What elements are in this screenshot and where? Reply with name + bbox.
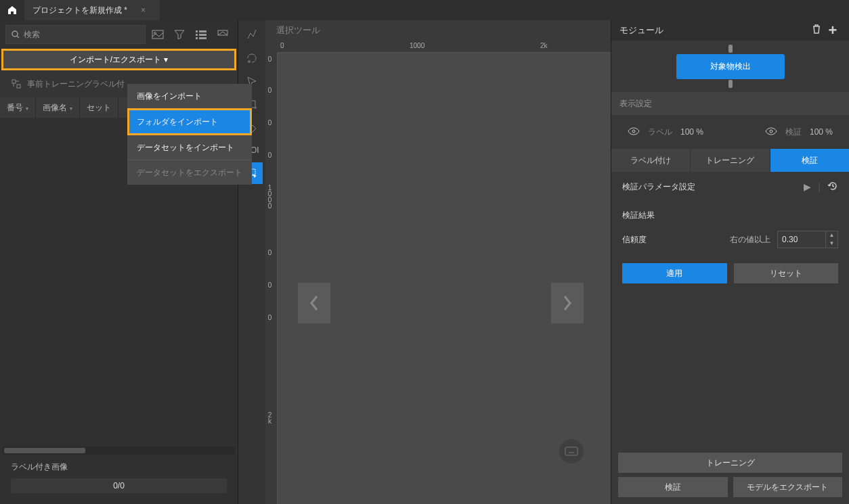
svg-point-0	[12, 31, 18, 37]
home-button[interactable]	[0, 0, 24, 20]
import-export-dropdown[interactable]: インポート/エクスポート▾	[1, 49, 236, 70]
svg-rect-5	[199, 30, 206, 32]
node-connector-top	[728, 45, 733, 53]
vis-verify-text: 検証	[785, 127, 802, 138]
keyboard-icon[interactable]	[559, 439, 584, 463]
step-up-icon[interactable]: ▲	[826, 231, 837, 239]
param-header-label: 検証パラメータ設定	[622, 181, 695, 193]
apply-button[interactable]: 適用	[622, 263, 727, 283]
project-tab[interactable]: プロジェクトを新規作成 * ×	[24, 0, 160, 20]
close-tab-icon[interactable]: ×	[141, 5, 146, 15]
horizontal-scrollbar[interactable]	[3, 446, 235, 455]
tab-training[interactable]: トレーニング	[690, 149, 770, 172]
footer-verify-button[interactable]: 検証	[618, 477, 728, 497]
reset-button[interactable]: リセット	[734, 263, 839, 283]
svg-rect-4	[196, 30, 198, 32]
svg-point-21	[632, 130, 635, 133]
menu-import-image[interactable]: 画像をインポート	[127, 84, 252, 108]
col-image-name[interactable]: 画像名	[36, 97, 80, 118]
prev-image-button[interactable]	[298, 283, 330, 323]
svg-rect-6	[196, 34, 198, 36]
list-icon[interactable]	[192, 25, 211, 44]
search-input[interactable]: 検索	[5, 25, 146, 44]
menu-import-folder[interactable]: フォルダをインポート	[127, 108, 252, 135]
svg-rect-9	[199, 37, 206, 39]
tool-polyline[interactable]	[241, 24, 263, 46]
confidence-label: 信頼度	[622, 234, 723, 246]
chevron-down-icon: ▾	[164, 55, 168, 64]
step-down-icon[interactable]: ▼	[826, 239, 837, 248]
eye-icon[interactable]	[765, 127, 777, 137]
footer-export-button[interactable]: モデルをエクスポート	[733, 477, 843, 497]
vis-verify-pct: 100 %	[810, 127, 833, 137]
menu-import-dataset[interactable]: データセットをインポート	[127, 135, 252, 160]
svg-rect-12	[17, 85, 20, 88]
ruler-horizontal: 0 1000 2k	[278, 41, 611, 53]
search-placeholder: 検索	[24, 29, 40, 41]
canvas-stage[interactable]	[278, 53, 611, 504]
svg-point-13	[248, 61, 251, 63]
module-title: モジュール	[619, 24, 808, 37]
svg-rect-8	[196, 37, 198, 39]
trash-icon[interactable]	[808, 24, 825, 37]
display-settings-header[interactable]: 表示設定	[611, 92, 849, 115]
history-icon[interactable]	[827, 181, 838, 193]
svg-point-22	[770, 130, 772, 133]
col-set[interactable]: セット	[80, 97, 118, 118]
ruler-vertical: 0 0 0 0 1000 0 0 0 2k	[265, 53, 278, 504]
col-number[interactable]: 番号	[0, 97, 36, 118]
tab-title: プロジェクトを新規作成 *	[32, 5, 127, 16]
vis-label-pct: 100 %	[680, 127, 703, 137]
footer-training-button[interactable]: トレーニング	[618, 453, 842, 473]
eye-icon[interactable]	[628, 127, 640, 137]
node-connector-bottom	[728, 80, 733, 88]
confidence-input[interactable]: 0.30 ▲▼	[777, 231, 838, 248]
tool-lasso[interactable]	[241, 47, 263, 69]
add-icon[interactable]: +	[825, 22, 841, 39]
labeled-progress: 0/0	[11, 478, 227, 493]
grid-icon[interactable]	[213, 25, 232, 44]
tab-labeling[interactable]: ラベル付け	[611, 149, 690, 172]
next-image-button[interactable]	[551, 283, 584, 323]
canvas-title: 選択ツール	[265, 20, 611, 41]
vis-label-text: ラベル	[648, 127, 672, 138]
image-icon[interactable]	[148, 25, 167, 44]
labeled-images-label: ラベル付き画像	[11, 461, 227, 473]
tab-verify[interactable]: 検証	[770, 149, 849, 172]
menu-export-dataset[interactable]: データセットをエクスポート	[127, 160, 252, 185]
verify-result-label: 検証結果	[611, 202, 849, 227]
svg-rect-7	[199, 34, 206, 36]
svg-rect-11	[12, 80, 16, 83]
svg-rect-15	[565, 447, 578, 455]
play-icon[interactable]: ▶	[804, 181, 811, 192]
filter-icon[interactable]	[170, 25, 189, 44]
svg-line-1	[17, 36, 19, 38]
import-export-menu: 画像をインポート フォルダをインポート データセットをインポート データセットを…	[127, 84, 252, 185]
detection-node[interactable]: 対象物検出	[676, 54, 785, 79]
confidence-condition: 右の値以上	[730, 234, 770, 246]
